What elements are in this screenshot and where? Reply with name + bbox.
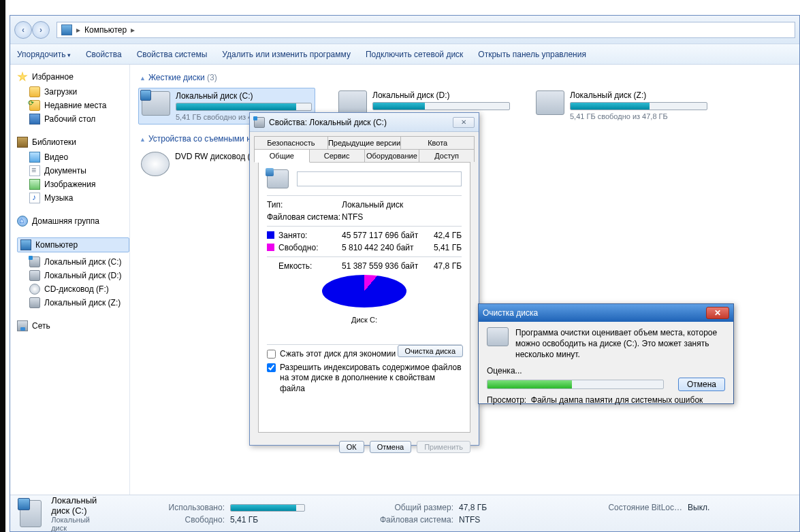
details-used-bar (230, 503, 353, 512)
nav-images[interactable]: Изображения (17, 178, 129, 191)
document-icon (29, 165, 40, 176)
nav-documents[interactable]: Документы (17, 164, 129, 178)
nav-favorites-header[interactable]: Избранное (17, 71, 129, 82)
nav-libraries-header[interactable]: Библиотеки (17, 137, 129, 148)
toolbar-control-panel[interactable]: Открыть панель управления (478, 50, 586, 59)
cd-icon (29, 284, 40, 295)
nav-downloads[interactable]: Загрузки (17, 85, 129, 99)
address-bar[interactable]: ▸ Компьютер ▸ (57, 22, 795, 38)
prop-used-label: Занято: (267, 231, 342, 240)
libraries-icon (17, 137, 28, 148)
cleanup-eval-label: Оценка... (487, 366, 725, 376)
prop-capacity-label: Емкость: (267, 261, 342, 271)
navigation-pane: Избранное Загрузки Недавние места Рабочи… (10, 65, 130, 495)
prop-free-label: Свободно: (267, 243, 342, 252)
disk-cleanup-dialog: Очистка диска ✕ Программа очистки оценив… (478, 303, 734, 404)
dialog-body: Тип:Локальный диск Файловая система:NTFS… (258, 162, 470, 433)
drive-item-z[interactable]: Локальный диск (Z:) 5,41 ГБ свободно из … (533, 88, 710, 124)
details-total-value: 47,8 ГБ (459, 503, 568, 512)
nav-drive-z[interactable]: Локальный диск (Z:) (17, 296, 129, 310)
organize-menu[interactable]: Упорядочить (17, 50, 71, 59)
ok-button[interactable]: ОК (339, 441, 364, 453)
cancel-button[interactable]: Отмена (678, 378, 725, 391)
nav-desktop[interactable]: Рабочий стол (17, 112, 129, 126)
breadcrumb-computer[interactable]: Компьютер (84, 25, 127, 35)
apply-button[interactable]: Применить (417, 441, 470, 453)
close-button[interactable]: ✕ (706, 307, 729, 319)
progress-bar (487, 380, 664, 389)
tab-quota[interactable]: Квота (401, 136, 475, 149)
prop-used-gb: 42,4 ГБ (423, 231, 462, 240)
recent-icon (29, 100, 40, 111)
nav-back-button[interactable]: ‹ (14, 21, 32, 39)
nav-drive-d[interactable]: Локальный диск (D:) (17, 269, 129, 282)
nav-recent[interactable]: Недавние места (17, 99, 129, 112)
toolbar-uninstall[interactable]: Удалить или изменить программу (222, 50, 351, 59)
prop-capacity-bytes: 51 387 559 936 байт (342, 261, 423, 271)
nav-forward-button[interactable]: › (32, 21, 50, 39)
computer-icon (61, 24, 72, 35)
toolbar-map-drive[interactable]: Подключить сетевой диск (366, 50, 463, 59)
drive-usage-bar (570, 102, 707, 110)
prop-capacity-gb: 47,8 ГБ (423, 261, 462, 271)
images-icon (29, 179, 40, 190)
breadcrumb-sep-icon: ▸ (76, 25, 80, 35)
dialog-titlebar[interactable]: Свойства: Локальный диск (C:) ✕ (250, 113, 479, 132)
details-total-label: Общий размер: (358, 503, 453, 512)
toolbar-properties[interactable]: Свойства (86, 50, 122, 59)
cancel-button[interactable]: Отмена (370, 441, 411, 453)
cleanup-icon (487, 327, 509, 346)
drive-icon (29, 256, 40, 267)
drive-icon (536, 90, 564, 115)
drive-icon (267, 169, 289, 188)
tab-security[interactable]: Безопасность (254, 136, 328, 149)
details-pane: Локальный диск (C:) Локальный диск Испол… (10, 495, 799, 531)
prop-fs-label: Файловая система: (267, 212, 342, 222)
dialog-titlebar[interactable]: Очистка диска ✕ (479, 304, 733, 322)
details-subtitle: Локальный диск (51, 516, 106, 532)
tab-hardware[interactable]: Оборудование (365, 149, 420, 162)
titlebar: ‹ › ▸ Компьютер ▸ (10, 16, 799, 44)
nav-homegroup[interactable]: Домашняя группа (17, 216, 129, 227)
drive-icon (29, 270, 40, 281)
disk-cleanup-button[interactable]: Очистка диска (398, 345, 463, 357)
video-icon (29, 152, 40, 163)
dialog-title: Свойства: Локальный диск (C:) (269, 118, 449, 127)
prop-free-gb: 5,41 ГБ (423, 243, 462, 252)
tab-previous-versions[interactable]: Предыдущие версии (328, 136, 402, 149)
details-bitlocker-value: Выкл. (688, 503, 790, 512)
details-title: Локальный диск (C:) (51, 495, 106, 516)
tab-general[interactable]: Общие (254, 149, 310, 163)
drive-icon (338, 90, 367, 115)
details-used-label: Использовано: (123, 503, 225, 512)
nav-music[interactable]: Музыка (17, 191, 129, 205)
details-free-value: 5,41 ГБ (230, 515, 353, 525)
drive-usage-bar (176, 103, 312, 111)
properties-dialog: Свойства: Локальный диск (C:) ✕ Безопасн… (249, 112, 479, 446)
tab-sharing[interactable]: Доступ (419, 149, 475, 162)
toolbar-system-properties[interactable]: Свойства системы (137, 50, 208, 59)
drive-label-input[interactable] (297, 171, 462, 186)
computer-icon (20, 239, 31, 250)
network-icon (17, 320, 28, 331)
music-icon (29, 193, 40, 203)
index-checkbox[interactable] (267, 363, 276, 372)
close-button[interactable]: ✕ (453, 117, 475, 128)
used-legend-icon (267, 231, 274, 239)
prop-used-bytes: 45 577 117 696 байт (342, 231, 423, 240)
nav-drive-c[interactable]: Локальный диск (C:) (17, 255, 129, 269)
nav-video[interactable]: Видео (17, 150, 129, 164)
details-free-label: Свободно: (123, 515, 225, 525)
prop-type-label: Тип: (267, 200, 342, 210)
nav-drive-f[interactable]: CD-дисковод (F:) (17, 282, 129, 296)
nav-computer-header[interactable]: Компьютер (17, 237, 129, 252)
drive-free-text: 5,41 ГБ свободно из 47,8 ГБ (570, 112, 707, 120)
group-hard-disks[interactable]: ▲Жесткие диски (3) (140, 73, 791, 82)
tab-tools[interactable]: Сервис (310, 149, 365, 162)
drive-icon (20, 500, 42, 527)
cleanup-message: Программа очистки оценивает объем места,… (515, 327, 725, 361)
drive-name: Локальный диск (Z:) (570, 90, 707, 100)
nav-network[interactable]: Сеть (17, 320, 129, 331)
command-bar: Упорядочить Свойства Свойства системы Уд… (10, 44, 799, 65)
compress-checkbox[interactable] (267, 350, 276, 359)
